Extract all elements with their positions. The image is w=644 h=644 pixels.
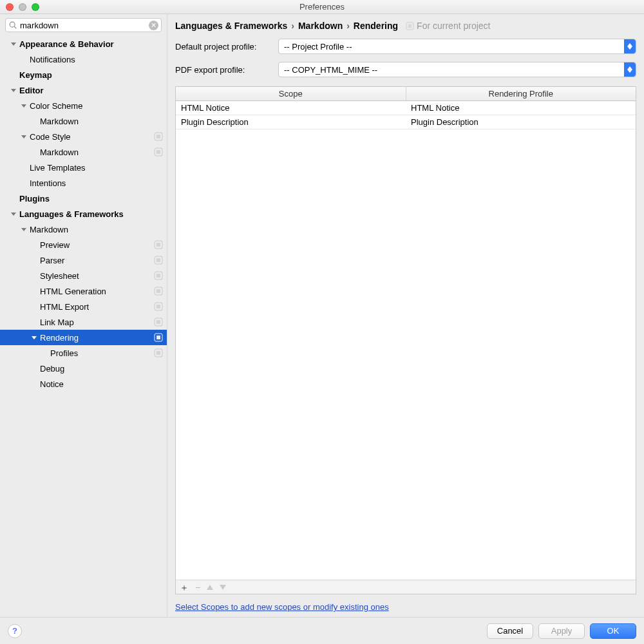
disclosure-triangle-icon xyxy=(10,41,17,47)
project-scope-icon xyxy=(154,348,163,357)
table-row[interactable]: Plugin DescriptionPlugin Description xyxy=(176,115,636,129)
tree-item-label: Notifications xyxy=(30,55,163,64)
project-scope-icon xyxy=(154,132,163,141)
tree-item-label: HTML Generation xyxy=(40,287,154,296)
disclosure-triangle-icon xyxy=(10,211,17,217)
tree-item-label: Debug xyxy=(40,364,163,374)
clear-search-icon[interactable]: ✕ xyxy=(149,21,158,30)
tree-debug[interactable]: Debug xyxy=(0,361,167,376)
tree-item-label: Stylesheet xyxy=(40,271,154,281)
table-row[interactable]: HTML NoticeHTML Notice xyxy=(176,101,636,115)
tree-item-label: Color Scheme xyxy=(30,101,163,111)
tree-appearance-behavior[interactable]: Appearance & Behavior xyxy=(0,36,167,52)
table-toolbar: ＋ − xyxy=(176,580,636,594)
project-scope-icon xyxy=(154,147,163,156)
breadcrumb-sep: › xyxy=(291,21,294,31)
tree-rendering[interactable]: Rendering xyxy=(0,330,167,345)
pdf-profile-label: PDF export profile: xyxy=(175,65,272,75)
svg-rect-3 xyxy=(156,135,160,138)
add-row-button[interactable]: ＋ xyxy=(180,583,189,592)
svg-rect-9 xyxy=(156,258,160,262)
cancel-button[interactable]: Cancel xyxy=(487,623,533,639)
disclosure-triangle-icon xyxy=(21,56,27,62)
svg-point-0 xyxy=(10,22,15,27)
apply-button[interactable]: Apply xyxy=(538,623,585,639)
tree-code-style[interactable]: Code Style xyxy=(0,129,167,144)
th-profile[interactable]: Rendering Profile xyxy=(406,87,636,100)
tree-parser[interactable]: Parser xyxy=(0,252,167,268)
tree-stylesheet[interactable]: Stylesheet xyxy=(0,268,167,283)
default-profile-combo[interactable]: -- Project Profile -- xyxy=(278,39,636,54)
crumb-0[interactable]: Languages & Frameworks xyxy=(175,21,287,31)
disclosure-triangle-icon xyxy=(31,118,37,124)
disclosure-triangle-icon xyxy=(31,242,37,248)
search-field[interactable]: ✕ xyxy=(5,18,162,32)
svg-rect-21 xyxy=(156,351,160,355)
project-scope-icon xyxy=(154,302,163,311)
tree-item-label: Preview xyxy=(40,240,154,250)
tree-notifications[interactable]: Notifications xyxy=(0,52,167,67)
tree-code-style-markdown[interactable]: Markdown xyxy=(0,144,167,160)
tree-editor[interactable]: Editor xyxy=(0,82,167,98)
combo-arrows-icon xyxy=(624,39,636,53)
remove-row-button[interactable]: − xyxy=(195,583,200,592)
tree-item-label: Rendering xyxy=(40,333,154,343)
tree-item-label: Markdown xyxy=(40,117,163,126)
tree-notice[interactable]: Notice xyxy=(0,376,167,392)
disclosure-triangle-icon xyxy=(31,272,37,279)
tree-languages-frameworks[interactable]: Languages & Frameworks xyxy=(0,206,167,222)
svg-line-1 xyxy=(14,26,16,28)
scope-table: Scope Rendering Profile HTML NoticeHTML … xyxy=(175,86,636,594)
default-profile-label: Default project profile: xyxy=(175,42,272,52)
project-scope-icon xyxy=(154,317,163,327)
tree-keymap[interactable]: Keymap xyxy=(0,67,167,82)
search-input[interactable] xyxy=(19,21,149,30)
td-profile: Plugin Description xyxy=(406,115,636,129)
move-down-button[interactable] xyxy=(220,585,226,590)
project-scope-icon xyxy=(154,271,163,280)
tree-item-label: Plugins xyxy=(19,194,163,204)
combo-arrows-icon xyxy=(624,62,636,77)
disclosure-triangle-icon xyxy=(21,226,27,232)
tree-item-label: Languages & Frameworks xyxy=(19,209,163,219)
tree-link-map[interactable]: Link Map xyxy=(0,314,167,330)
select-scopes-link[interactable]: Select Scopes to add new scopes or modif… xyxy=(175,602,389,612)
disclosure-triangle-icon xyxy=(31,257,37,263)
ok-button[interactable]: OK xyxy=(590,623,636,639)
tree-profiles[interactable]: Profiles xyxy=(0,345,167,361)
project-scope-icon xyxy=(154,333,163,342)
svg-rect-17 xyxy=(156,320,160,324)
default-profile-value: -- Project Profile -- xyxy=(284,42,352,52)
tree-intentions[interactable]: Intentions xyxy=(0,175,167,191)
crumb-2[interactable]: Rendering xyxy=(354,21,398,31)
tree-item-label: Link Map xyxy=(40,317,154,327)
tree-item-label: Appearance & Behavior xyxy=(19,39,163,49)
tree-plugins[interactable]: Plugins xyxy=(0,191,167,206)
breadcrumb: Languages & Frameworks › Markdown › Rend… xyxy=(167,14,644,35)
disclosure-triangle-icon xyxy=(31,365,37,372)
move-up-button[interactable] xyxy=(207,585,213,590)
tree-preview[interactable]: Preview xyxy=(0,237,167,252)
disclosure-triangle-icon xyxy=(21,133,27,140)
table-body: HTML NoticeHTML NoticePlugin Description… xyxy=(176,101,636,580)
disclosure-triangle-icon xyxy=(21,164,27,171)
tree-html-generation[interactable]: HTML Generation xyxy=(0,283,167,299)
svg-rect-23 xyxy=(408,24,412,28)
tree-item-label: Intentions xyxy=(30,178,163,188)
svg-rect-15 xyxy=(156,305,160,308)
tree-color-scheme[interactable]: Color Scheme xyxy=(0,98,167,113)
disclosure-triangle-icon xyxy=(31,319,37,325)
project-scope-icon xyxy=(406,22,414,30)
crumb-1[interactable]: Markdown xyxy=(298,21,343,31)
tree-color-scheme-markdown[interactable]: Markdown xyxy=(0,113,167,129)
pdf-profile-combo[interactable]: -- COPY_HTML_MIME -- xyxy=(278,62,636,77)
tree-html-export[interactable]: HTML Export xyxy=(0,299,167,314)
svg-rect-19 xyxy=(156,336,160,339)
tree-markdown[interactable]: Markdown xyxy=(0,222,167,237)
table-header: Scope Rendering Profile xyxy=(176,87,636,101)
tree-live-templates[interactable]: Live Templates xyxy=(0,160,167,175)
th-scope[interactable]: Scope xyxy=(176,87,406,100)
sidebar: ✕ Appearance & BehaviorNotificationsKeym… xyxy=(0,14,167,617)
disclosure-triangle-icon xyxy=(21,180,27,186)
help-button[interactable]: ? xyxy=(8,624,22,638)
